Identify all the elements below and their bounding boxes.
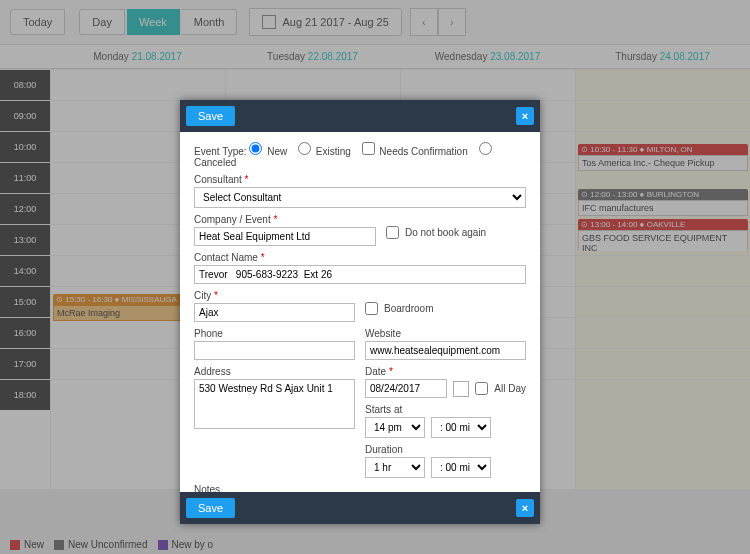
close-button-bottom[interactable]: × xyxy=(516,499,534,517)
duration-label: Duration xyxy=(365,444,526,455)
close-icon: × xyxy=(522,110,528,122)
radio-cancel[interactable] xyxy=(479,142,492,155)
duration-min[interactable]: : 00 min xyxy=(431,457,491,478)
consultant-label: Consultant * xyxy=(194,174,526,185)
check-needs[interactable] xyxy=(362,142,375,155)
starts-min[interactable]: : 00 min xyxy=(431,417,491,438)
website-label: Website xyxy=(365,328,526,339)
modal-header: Save × xyxy=(180,100,540,132)
website-input[interactable] xyxy=(365,341,526,360)
city-input[interactable] xyxy=(194,303,355,322)
company-input[interactable] xyxy=(194,227,376,246)
et-existing[interactable]: Existing xyxy=(298,146,351,157)
phone-label: Phone xyxy=(194,328,355,339)
modal-body: Event Type: New Existing Needs Confirmat… xyxy=(180,132,540,492)
notes-label: Notes xyxy=(194,484,526,492)
calendar-icon[interactable] xyxy=(453,381,469,397)
contact-label: Contact Name * xyxy=(194,252,526,263)
boardroom-check[interactable]: Boardroom xyxy=(365,302,433,315)
starts-label: Starts at xyxy=(365,404,526,415)
event-modal: Save × Event Type: New Existing Needs Co… xyxy=(180,100,540,524)
close-icon: × xyxy=(522,502,528,514)
modal-footer: Save × xyxy=(180,492,540,524)
duration-hour[interactable]: 1 hr xyxy=(365,457,425,478)
radio-existing[interactable] xyxy=(298,142,311,155)
allday-check[interactable]: All Day xyxy=(475,382,526,395)
date-input[interactable] xyxy=(365,379,447,398)
et-needs[interactable]: Needs Confirmation xyxy=(362,146,468,157)
address-input[interactable]: 530 Westney Rd S Ajax Unit 1 xyxy=(194,379,355,429)
et-new[interactable]: New xyxy=(249,146,287,157)
starts-hour[interactable]: 14 pm xyxy=(365,417,425,438)
save-button-bottom[interactable]: Save xyxy=(186,498,235,518)
consultant-select[interactable]: Select Consultant xyxy=(194,187,526,208)
city-label: City * xyxy=(194,290,355,301)
date-label: Date * xyxy=(365,366,526,377)
company-label: Company / Event * xyxy=(194,214,376,225)
event-type-group: Event Type: New Existing Needs Confirmat… xyxy=(194,142,526,168)
close-button[interactable]: × xyxy=(516,107,534,125)
save-button[interactable]: Save xyxy=(186,106,235,126)
contact-input[interactable] xyxy=(194,265,526,284)
address-label: Address xyxy=(194,366,355,377)
radio-new[interactable] xyxy=(249,142,262,155)
event-type-label: Event Type: xyxy=(194,146,247,157)
dnb-check[interactable]: Do not book again xyxy=(386,226,486,239)
phone-input[interactable] xyxy=(194,341,355,360)
